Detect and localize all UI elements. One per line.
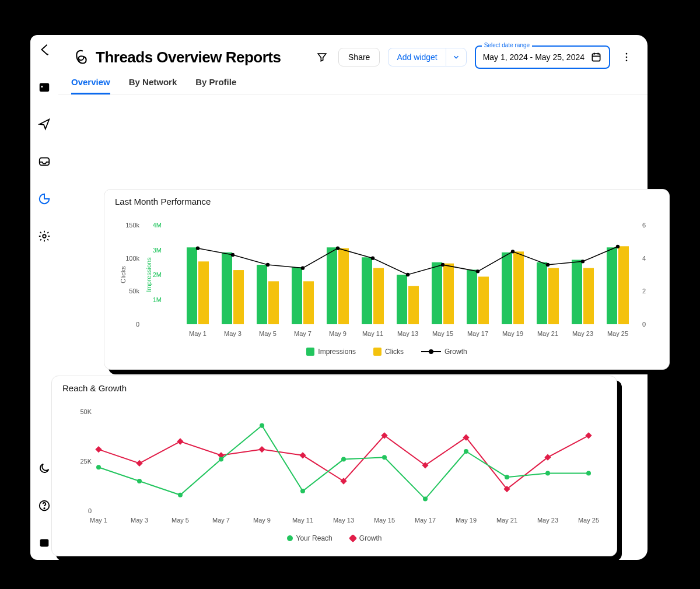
svg-text:3M: 3M — [153, 247, 162, 254]
add-widget-button[interactable]: Add widget — [388, 48, 445, 66]
svg-rect-39 — [303, 281, 314, 324]
svg-point-9 — [626, 53, 628, 55]
svg-rect-54 — [478, 276, 489, 324]
svg-rect-89 — [299, 452, 306, 458]
svg-rect-66 — [618, 246, 629, 324]
performance-card: Last Month Performance 050k100k150k1M2M3… — [104, 189, 670, 370]
date-range-text: May 1, 2024 - May 25, 2024 — [483, 52, 584, 62]
svg-rect-86 — [177, 438, 183, 444]
performance-legend: Impressions Clicks Growth — [116, 344, 657, 356]
tab-by-network[interactable]: By Network — [129, 77, 177, 94]
svg-text:0: 0 — [642, 321, 646, 328]
collapse-icon[interactable] — [38, 537, 51, 549]
svg-text:May 3: May 3 — [131, 517, 148, 524]
svg-text:May 23: May 23 — [537, 517, 558, 524]
svg-rect-56 — [502, 253, 512, 324]
svg-point-80 — [616, 245, 620, 248]
svg-rect-8 — [592, 54, 600, 61]
svg-point-70 — [266, 263, 270, 267]
svg-rect-42 — [338, 248, 349, 324]
svg-text:May 19: May 19 — [502, 330, 523, 337]
svg-text:6: 6 — [642, 222, 646, 229]
svg-point-104 — [382, 455, 387, 460]
svg-text:Clicks: Clicks — [120, 266, 127, 283]
svg-point-10 — [626, 57, 628, 58]
share-button[interactable]: Share — [338, 48, 380, 66]
settings-icon[interactable] — [38, 230, 51, 243]
legend-clicks: Clicks — [385, 348, 404, 356]
moon-icon[interactable] — [38, 462, 51, 475]
svg-rect-59 — [537, 262, 547, 324]
svg-text:May 23: May 23 — [572, 330, 593, 337]
svg-text:4M: 4M — [153, 222, 162, 229]
svg-rect-1 — [40, 83, 50, 92]
svg-point-109 — [586, 471, 591, 475]
svg-point-106 — [464, 449, 468, 454]
svg-text:May 17: May 17 — [415, 517, 436, 524]
help-icon[interactable] — [38, 499, 51, 512]
svg-rect-45 — [373, 268, 384, 324]
legend-growth: Growth — [444, 348, 467, 356]
svg-text:May 9: May 9 — [253, 517, 271, 524]
svg-text:25K: 25K — [80, 458, 92, 465]
svg-text:May 15: May 15 — [432, 330, 453, 337]
svg-rect-51 — [443, 264, 454, 324]
svg-rect-29 — [187, 247, 197, 324]
tab-overview[interactable]: Overview — [71, 77, 110, 94]
svg-point-107 — [505, 475, 509, 479]
svg-point-68 — [196, 246, 200, 250]
svg-rect-88 — [258, 446, 265, 453]
inbox-icon[interactable] — [38, 155, 51, 168]
svg-text:2: 2 — [642, 288, 646, 294]
header: Threads Overview Reports Share Add widge… — [58, 35, 648, 69]
svg-rect-38 — [292, 267, 302, 324]
send-icon[interactable] — [38, 118, 51, 131]
calendar-small-icon — [590, 51, 602, 63]
svg-text:May 25: May 25 — [607, 330, 628, 337]
svg-text:50K: 50K — [80, 408, 92, 415]
svg-rect-96 — [585, 432, 592, 439]
svg-point-69 — [231, 253, 235, 257]
svg-rect-53 — [467, 270, 477, 325]
threads-icon — [71, 49, 88, 65]
svg-point-74 — [406, 273, 410, 276]
svg-rect-30 — [198, 261, 209, 324]
svg-rect-36 — [268, 281, 279, 324]
filter-icon[interactable] — [314, 49, 330, 65]
svg-point-100 — [219, 457, 223, 462]
svg-point-73 — [371, 256, 374, 260]
svg-text:May 11: May 11 — [362, 330, 383, 337]
svg-text:Impressions: Impressions — [145, 257, 152, 292]
svg-point-102 — [300, 489, 305, 493]
svg-text:May 19: May 19 — [456, 517, 477, 524]
svg-text:4: 4 — [642, 255, 646, 262]
more-icon[interactable] — [618, 49, 635, 65]
brand-logo-icon[interactable] — [38, 43, 51, 56]
svg-text:May 1: May 1 — [90, 517, 107, 524]
svg-rect-84 — [95, 446, 102, 453]
performance-card-title: Last Month Performance — [115, 197, 211, 206]
svg-text:May 13: May 13 — [333, 517, 354, 524]
svg-text:May 11: May 11 — [292, 517, 313, 524]
svg-point-105 — [423, 497, 428, 502]
svg-point-71 — [301, 266, 304, 269]
tab-by-profile[interactable]: By Profile — [195, 77, 236, 94]
svg-point-76 — [476, 269, 480, 273]
add-widget-caret[interactable] — [446, 48, 467, 66]
svg-text:150k: 150k — [125, 222, 139, 229]
svg-text:0: 0 — [88, 507, 92, 514]
calendar-icon[interactable] — [38, 80, 51, 93]
svg-point-11 — [626, 60, 628, 62]
svg-rect-7 — [40, 539, 49, 547]
svg-text:May 15: May 15 — [374, 517, 395, 524]
reach-legend: Your Reach Growth — [64, 531, 605, 542]
svg-text:May 7: May 7 — [294, 330, 312, 337]
svg-point-98 — [137, 479, 142, 483]
svg-text:50k: 50k — [129, 288, 139, 294]
date-range-picker[interactable]: Select date range May 1, 2024 - May 25, … — [475, 45, 610, 69]
page-title: Threads Overview Reports — [96, 48, 306, 66]
reach-card-title: Reach & Growth — [62, 383, 127, 393]
svg-rect-35 — [257, 265, 267, 324]
svg-text:May 21: May 21 — [537, 330, 558, 337]
analytics-icon[interactable] — [38, 192, 51, 205]
